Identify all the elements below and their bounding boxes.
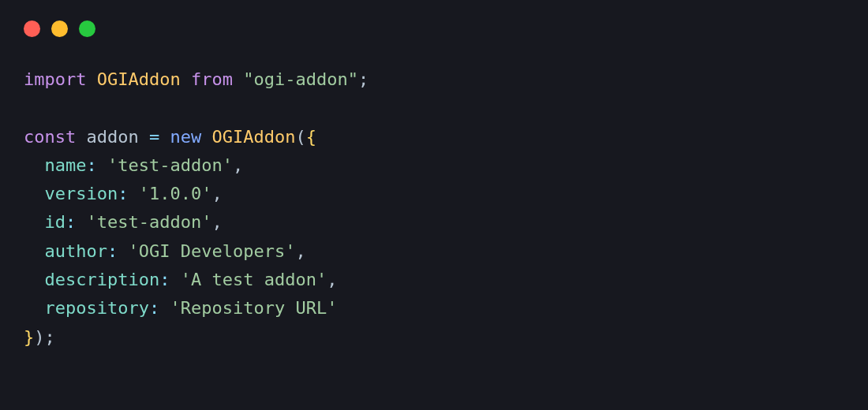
class-name: OGIAddon (211, 127, 295, 147)
semicolon: ; (45, 327, 55, 347)
blank-line (24, 94, 844, 122)
colon: : (65, 212, 76, 232)
keyword-from: from (191, 69, 233, 89)
traffic-lights (24, 20, 844, 37)
open-paren: ( (295, 127, 305, 147)
comma: , (327, 270, 337, 289)
colon: : (107, 241, 118, 261)
comma: , (211, 184, 222, 203)
property-key: id (45, 212, 66, 232)
import-source-string: "ogi-addon" (243, 69, 358, 89)
comma: , (211, 212, 222, 232)
code-line: import OGIAddon from "ogi-addon"; (24, 65, 844, 94)
colon: : (118, 184, 128, 203)
string-literal: 'test-addon' (107, 155, 233, 175)
code-line: version: '1.0.0', (24, 180, 844, 208)
variable-name: addon (86, 127, 138, 147)
comma: , (233, 155, 243, 175)
code-line: description: 'A test addon', (24, 266, 844, 294)
minimize-icon[interactable] (51, 20, 68, 37)
string-literal: 'A test addon' (181, 270, 327, 289)
semicolon: ; (358, 69, 369, 89)
operator-equals: = (149, 127, 159, 147)
property-key: version (45, 184, 118, 203)
property-key: name (45, 155, 87, 175)
import-identifier: OGIAddon (97, 69, 181, 89)
keyword-import: import (24, 69, 86, 89)
code-line: id: 'test-addon', (24, 208, 844, 237)
property-key: author (45, 241, 107, 261)
string-literal: 'Repository URL' (170, 298, 337, 318)
keyword-const: const (24, 127, 76, 147)
code-line: author: 'OGI Developers', (24, 237, 844, 266)
keyword-new: new (170, 127, 201, 147)
colon: : (159, 270, 170, 289)
code-block: import OGIAddon from "ogi-addon";const a… (24, 65, 844, 352)
open-brace: { (306, 127, 316, 147)
close-paren: ) (34, 327, 44, 347)
zoom-icon[interactable] (79, 20, 95, 37)
comma: , (295, 241, 305, 261)
colon: : (149, 298, 159, 318)
property-key: description (45, 270, 160, 289)
string-literal: 'test-addon' (87, 212, 212, 232)
code-window: import OGIAddon from "ogi-addon";const a… (0, 0, 868, 410)
string-literal: '1.0.0' (139, 184, 212, 203)
code-line: repository: 'Repository URL' (24, 294, 844, 322)
close-brace: } (24, 327, 34, 347)
code-line: const addon = new OGIAddon({ (24, 123, 844, 151)
string-literal: 'OGI Developers' (128, 241, 295, 261)
code-line: name: 'test-addon', (24, 151, 844, 180)
close-icon[interactable] (24, 20, 40, 37)
colon: : (86, 155, 96, 175)
property-key: repository (45, 298, 149, 318)
code-line: }); (24, 323, 844, 352)
